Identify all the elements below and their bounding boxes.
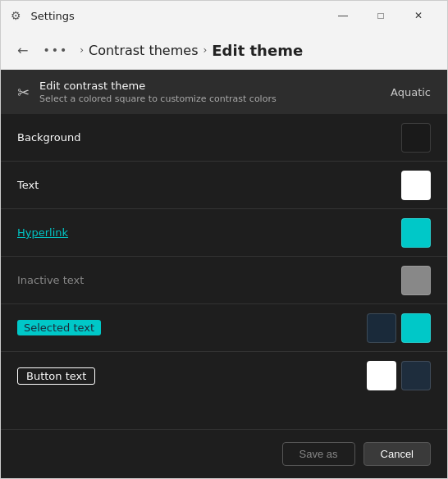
scissors-icon: ✂ [17,84,30,101]
text-label: Text [17,179,39,191]
breadcrumb-edit-theme: Edit theme [212,42,303,59]
background-label: Background [17,131,81,144]
inactive-text-row: Inactive text [1,257,447,304]
breadcrumb: › Contrast themes › Edit theme [80,42,303,59]
color-rows-container: Background Text Hyperlink [1,114,447,429]
window-title: Settings [31,10,75,22]
background-swatch[interactable] [401,123,431,153]
theme-header-left: ✂ Edit contrast theme Select a colored s… [17,80,277,104]
inactive-text-swatches [401,266,431,295]
hyperlink-swatches [401,218,431,248]
minimize-button[interactable]: — [324,1,362,30]
save-as-button[interactable]: Save as [282,442,355,466]
theme-info: Edit contrast theme Select a colored squ… [39,80,277,104]
main-content: ✂ Edit contrast theme Select a colored s… [1,70,447,478]
close-button[interactable]: ✕ [400,1,437,30]
button-text-row: Button text [1,352,447,399]
selected-text-swatch-1[interactable] [367,313,396,343]
button-text-label: Button text [17,367,95,385]
hyperlink-row: Hyperlink [1,209,447,257]
hyperlink-swatch[interactable] [401,218,431,248]
theme-header: ✂ Edit contrast theme Select a colored s… [1,70,447,114]
theme-subtitle: Select a colored square to customize con… [39,94,277,104]
app-icon: ⚙ [11,9,21,22]
button-text-swatch-2[interactable] [401,361,431,390]
selected-text-swatches [367,313,431,343]
theme-name-label: Aquatic [391,86,431,98]
text-swatch[interactable] [401,171,431,200]
button-text-swatch-1[interactable] [367,361,396,390]
back-button[interactable]: ← [14,39,31,62]
breadcrumb-chevron-1: › [80,44,84,56]
selected-text-swatch-2[interactable] [401,313,431,343]
inactive-text-swatch[interactable] [401,266,431,295]
background-row: Background [1,114,447,162]
inactive-text-label: Inactive text [17,274,84,286]
breadcrumb-chevron-2: › [203,44,207,56]
breadcrumb-contrast-themes[interactable]: Contrast themes [89,43,198,58]
footer: Save as Cancel [1,429,447,478]
maximize-button[interactable]: □ [362,1,400,30]
window-controls: — □ ✕ [324,1,437,30]
title-bar: ⚙ Settings — □ ✕ [1,1,447,30]
background-swatches [401,123,431,153]
nav-bar: ← ••• › Contrast themes › Edit theme [1,30,447,70]
cancel-button[interactable]: Cancel [363,442,431,466]
text-row: Text [1,162,447,209]
selected-text-row: Selected text [1,304,447,352]
text-swatches [401,171,431,200]
title-bar-left: ⚙ Settings [11,9,75,22]
selected-text-label: Selected text [17,320,101,335]
hyperlink-label[interactable]: Hyperlink [17,226,68,239]
settings-window: ⚙ Settings — □ ✕ ← ••• › Contrast themes… [0,0,448,479]
button-text-swatches [367,361,431,390]
theme-title: Edit contrast theme [39,80,277,92]
menu-button[interactable]: ••• [38,40,73,60]
